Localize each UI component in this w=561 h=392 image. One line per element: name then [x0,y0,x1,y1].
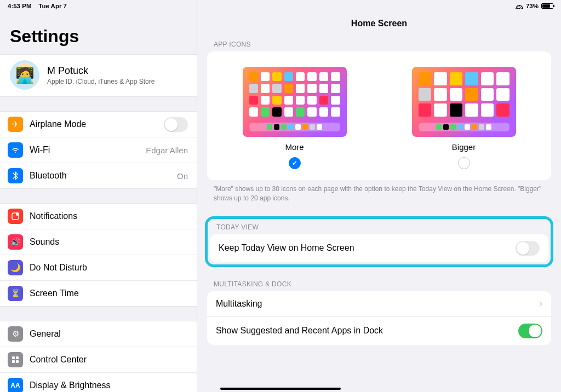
svg-rect-2 [12,356,15,359]
row-multitasking[interactable]: Multitasking › [207,291,551,316]
todayview-header: TODAY VIEW [208,223,551,234]
notifications-label: Notifications [30,211,188,221]
sidebar-item-wifi[interactable]: Wi-Fi Edgar Allen [0,137,197,163]
dnd-label: Do Not Disturb [30,263,188,273]
svg-rect-5 [16,360,19,363]
keep-todayview-toggle[interactable] [516,241,540,256]
detail-pane: Home Screen APP ICONS More Bigger "Mo [197,0,561,392]
account-subtitle: Apple ID, iCloud, iTunes & App Store [47,78,154,85]
sidebar-group-alerts: Notifications 🔊 Sounds 🌙 Do Not Disturb … [0,203,197,307]
status-time: 4:53 PM [8,3,31,9]
appicons-option-bigger[interactable]: Bigger [412,67,516,169]
option-more-label: More [285,142,304,152]
apple-id-row[interactable]: 🧑‍💻 M Potuck Apple ID, iCloud, iTunes & … [0,54,197,97]
controlcenter-label: Control Center [30,355,188,365]
sidebar-item-general[interactable]: ⚙ General [0,321,197,347]
sidebar-group-connectivity: ✈ Airplane Mode Wi-Fi Edgar Allen Blueto… [0,111,197,189]
wifi-label: Wi-Fi [30,145,139,155]
option-bigger-label: Bigger [452,142,476,152]
appicons-footnote: "More" shows up to 30 icons on each page… [197,180,561,203]
home-indicator[interactable] [220,388,341,390]
bluetooth-label: Bluetooth [30,171,170,181]
general-icon: ⚙ [8,326,23,342]
screentime-icon: ⏳ [8,286,23,301]
sidebar-group-general: ⚙ General Control Center AA Display & Br… [0,321,197,392]
multitasking-header: MULTITASKING & DOCK [197,280,561,291]
page-title: Home Screen [197,12,561,41]
sidebar-item-dnd[interactable]: 🌙 Do Not Disturb [0,255,197,280]
suggested-toggle[interactable] [518,324,542,338]
status-date: Tue Apr 7 [38,3,67,9]
wifi-icon [8,142,23,158]
sidebar-item-bluetooth[interactable]: Bluetooth On [0,163,197,188]
battery-icon [541,3,553,9]
appicons-card: More Bigger [207,51,551,180]
dnd-icon: 🌙 [8,260,23,275]
battery-percent: 73% [526,3,539,9]
radio-more[interactable] [289,157,301,169]
row-suggested-apps[interactable]: Show Suggested and Recent Apps in Dock [207,316,551,345]
svg-rect-4 [12,360,15,363]
sidebar-item-notifications[interactable]: Notifications [0,204,197,229]
display-label: Display & Brightness [30,381,188,390]
controlcenter-icon [8,352,23,367]
sounds-icon: 🔊 [8,234,23,250]
appicons-header: APP ICONS [197,41,561,51]
sidebar-item-controlcenter[interactable]: Control Center [0,347,197,372]
airplane-icon: ✈ [8,117,23,132]
sidebar-item-sounds[interactable]: 🔊 Sounds [0,229,197,255]
sidebar-item-screentime[interactable]: ⏳ Screen Time [0,280,197,306]
memoji-avatar: 🧑‍💻 [10,60,39,90]
keep-todayview-label: Keep Today View on Home Screen [219,243,354,253]
svg-rect-3 [16,356,19,359]
appicons-option-more[interactable]: More [243,67,347,169]
settings-sidebar: Settings 🧑‍💻 M Potuck Apple ID, iCloud, … [0,0,197,392]
todayview-highlight: TODAY VIEW Keep Today View on Home Scree… [205,216,553,267]
bluetooth-value: On [177,171,188,181]
multitasking-label: Multitasking [216,299,262,309]
bluetooth-icon [8,168,23,183]
wifi-value: Edgar Allen [146,146,188,155]
sidebar-item-display[interactable]: AA Display & Brightness [0,372,197,392]
account-name: M Potuck [47,65,154,77]
wifi-status-icon [516,3,523,9]
airplane-label: Airplane Mode [30,119,157,129]
settings-title: Settings [0,15,197,54]
airplane-toggle[interactable] [164,117,188,132]
sounds-label: Sounds [30,237,188,247]
screentime-label: Screen Time [30,289,188,298]
row-keep-todayview[interactable]: Keep Today View on Home Screen [210,234,548,262]
display-icon: AA [8,378,23,392]
preview-bigger [412,67,516,137]
general-label: General [30,329,188,339]
sidebar-item-airplane[interactable]: ✈ Airplane Mode [0,112,197,137]
chevron-right-icon: › [539,298,542,309]
radio-bigger[interactable] [458,157,470,169]
status-bar: 4:53 PM Tue Apr 7 73% [0,0,561,12]
svg-point-1 [16,212,19,216]
suggested-label: Show Suggested and Recent Apps in Dock [216,326,383,336]
preview-more [243,67,347,137]
notifications-icon [8,209,23,224]
